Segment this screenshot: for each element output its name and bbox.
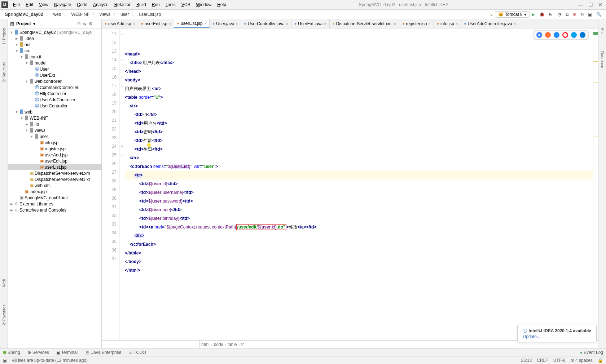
menu-file[interactable]: File xyxy=(10,1,23,8)
close-tab-icon[interactable]: × xyxy=(236,22,238,26)
bc-html[interactable]: html xyxy=(201,342,210,347)
menu-navigate[interactable]: Navigate xyxy=(51,1,74,8)
profiler-button[interactable]: ◔ xyxy=(556,11,563,18)
menu-help[interactable]: Help xyxy=(214,1,229,8)
left-tab-project[interactable]: 1: Project xyxy=(1,26,7,46)
tree-item[interactable]: ▣SpringMVC_day01.iml xyxy=(8,195,101,201)
bc-body[interactable]: body xyxy=(214,342,223,347)
tree-item[interactable]: ▣userEdit.jsp xyxy=(8,158,101,164)
safari-icon[interactable] xyxy=(554,32,559,38)
spring-toolwindow[interactable]: ⬢Spring xyxy=(3,350,20,355)
tree-item[interactable]: ▼▉out xyxy=(8,41,101,48)
tree-item[interactable]: ⒸUser xyxy=(8,66,101,72)
tree-item[interactable]: ▼▉web.controller xyxy=(8,78,101,84)
terminal-toolwindow[interactable]: ▣Terminal xyxy=(56,350,78,355)
editor-tab[interactable]: ●DispatcherServlet-servlet.xml× xyxy=(330,19,400,28)
tree-item[interactable]: ⒸUserAddController xyxy=(8,97,101,103)
tree-item[interactable]: ▶⊞Scratches and Consoles xyxy=(8,207,101,213)
menu-build[interactable]: Build xyxy=(133,1,149,8)
chevron-down-icon[interactable]: ▾ xyxy=(33,21,35,26)
tree-item[interactable]: ▣userAdd.jsp xyxy=(8,152,101,158)
locate-icon[interactable]: ⊕ xyxy=(77,21,81,26)
close-tab-icon[interactable]: × xyxy=(286,22,288,26)
coverage-button[interactable]: ⛨ xyxy=(547,11,556,18)
breadcrumb-5[interactable]: userList.jsp xyxy=(136,11,164,18)
breadcrumb-4[interactable]: user xyxy=(118,11,132,18)
editor-tab[interactable]: ●UserController.java× xyxy=(241,19,292,28)
tree-item[interactable]: ▣register.jsp xyxy=(8,146,101,152)
tree-item[interactable]: ▶▉.idea xyxy=(8,35,101,41)
code-editor[interactable]: 1112131415161718192021222324252627282930… xyxy=(102,28,598,340)
right-tab-ant[interactable]: Ant xyxy=(600,26,605,35)
menu-window[interactable]: Window xyxy=(193,1,214,8)
tree-item[interactable]: ▣index.jsp xyxy=(8,188,101,195)
ie-icon[interactable] xyxy=(571,32,577,38)
update-button[interactable]: ⟲ xyxy=(578,11,586,18)
tree-item[interactable]: ▣DispatcherServlet-servlet1.xr xyxy=(8,176,101,182)
close-button[interactable]: ✕ xyxy=(598,2,602,8)
editor-tab[interactable]: ●User.java× xyxy=(210,19,241,28)
editor-tab[interactable]: ●register.jsp× xyxy=(399,19,434,28)
minimize-button[interactable]: — xyxy=(578,2,583,8)
bc-tr[interactable]: tr xyxy=(241,342,244,347)
tree-item[interactable]: ⒸHttpController xyxy=(8,90,101,97)
tree-item[interactable]: ⒸCommandController xyxy=(8,84,101,90)
search-everywhere-button[interactable]: 🔍 xyxy=(594,11,604,18)
tree-item[interactable]: ▶⊞External Libraries xyxy=(8,201,101,207)
line-separator[interactable]: CRLF xyxy=(537,358,548,363)
project-structure-button[interactable]: ▣ xyxy=(586,11,594,18)
indent-setting[interactable]: ⊘ 4 spaces xyxy=(571,358,593,363)
tree-item[interactable]: ▼▉src xyxy=(8,48,101,54)
maximize-button[interactable]: ☐ xyxy=(588,2,593,8)
tree-item[interactable]: ▶▉lib xyxy=(8,121,101,127)
settings-icon[interactable]: ⚙ xyxy=(89,21,93,26)
firefox-icon[interactable] xyxy=(545,32,551,38)
cursor-position[interactable]: 25:13 xyxy=(521,358,532,363)
menu-run[interactable]: Run xyxy=(149,1,163,8)
editor-tab[interactable]: ●UserAddController.java× xyxy=(461,19,519,28)
bc-table[interactable]: table xyxy=(228,342,237,347)
close-tab-icon[interactable]: × xyxy=(324,22,326,26)
attach-button[interactable]: ⧉ xyxy=(563,11,571,18)
left-tab-web[interactable]: Web xyxy=(1,278,7,288)
editor-tab[interactable]: ●userAdd.jsp× xyxy=(102,19,138,28)
stop-button[interactable]: ■ xyxy=(571,11,578,18)
breadcrumb-3[interactable]: views xyxy=(97,11,113,18)
tree-item[interactable]: ▼▉WEB-INF xyxy=(8,115,101,121)
close-tab-icon[interactable]: × xyxy=(394,22,396,26)
intention-bulb-icon[interactable]: 💡 xyxy=(146,143,152,149)
eventlog-toolwindow[interactable]: ●Event Log xyxy=(580,350,603,355)
menu-code[interactable]: Code xyxy=(74,1,90,8)
breadcrumb-0[interactable]: SpringMVC_day02 xyxy=(2,11,46,18)
tree-item[interactable]: ▼▉user xyxy=(8,133,101,139)
sync-icon[interactable]: ↘ xyxy=(487,11,495,18)
run-button[interactable]: ▶ xyxy=(530,11,537,18)
collapse-icon[interactable]: ⇆ xyxy=(83,21,87,26)
editor-tab[interactable]: ●userEdit.jsp× xyxy=(138,19,174,28)
editor-tab[interactable]: ●UserExt.java× xyxy=(291,19,330,28)
breadcrumb-1[interactable]: web xyxy=(50,11,64,18)
project-tree[interactable]: ▼▉SpringMVC_day02[SpringMVC_day0▶▉.idea▼… xyxy=(8,28,101,348)
tree-item[interactable]: ▣web.xml xyxy=(8,182,101,188)
file-encoding[interactable]: UTF-8 xyxy=(553,358,566,363)
debug-button[interactable]: 🐞 xyxy=(537,11,547,18)
close-tab-icon[interactable]: × xyxy=(514,22,516,26)
hide-icon[interactable]: — xyxy=(95,21,99,26)
menu-tools[interactable]: Tools xyxy=(163,1,179,8)
editor-tab[interactable]: ●userList.jsp× xyxy=(174,19,210,28)
editor-error-stripe[interactable] xyxy=(593,28,598,340)
close-tab-icon[interactable]: × xyxy=(204,21,206,26)
close-tab-icon[interactable]: × xyxy=(169,22,171,26)
close-tab-icon[interactable]: × xyxy=(456,22,458,26)
close-tab-icon[interactable]: × xyxy=(132,22,135,26)
todo-toolwindow[interactable]: ☑TODO xyxy=(128,350,146,355)
edge-icon[interactable] xyxy=(580,32,585,38)
tree-item[interactable]: ⒸUserController xyxy=(8,103,101,109)
status-bar-icon[interactable]: ▣ xyxy=(3,358,7,363)
tree-item[interactable]: ▼▉com.it xyxy=(8,54,101,60)
tree-item[interactable]: ⒸUserExt xyxy=(8,72,101,78)
menu-refactor[interactable]: Refactor xyxy=(111,1,133,8)
update-link[interactable]: Update... xyxy=(523,334,591,339)
tree-item[interactable]: ▣info.jsp xyxy=(8,139,101,146)
left-tab-favorites[interactable]: 2: Favorites xyxy=(1,303,7,327)
